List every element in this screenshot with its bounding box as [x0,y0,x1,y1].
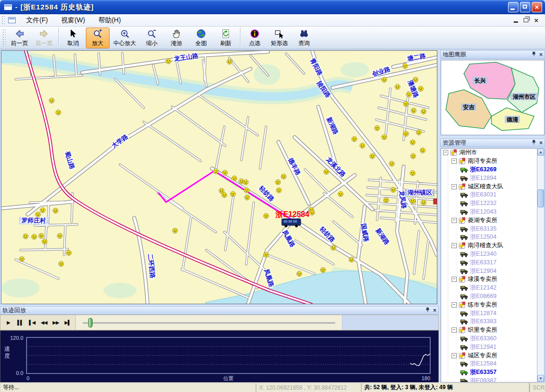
smiley-vehicle-marker[interactable] [19,257,25,262]
panel-close-icon[interactable]: × [539,51,543,58]
tree-group-row[interactable]: −湖州市 [441,149,537,157]
smiley-vehicle-marker[interactable] [413,77,418,83]
tree-expander-icon[interactable]: − [452,327,457,333]
smiley-vehicle-marker[interactable] [349,257,354,262]
smiley-vehicle-marker[interactable] [264,214,269,219]
tree-vehicle-row[interactable]: 浙E12584 [441,360,537,368]
minimize-button[interactable] [508,2,518,12]
mdi-close-icon[interactable]: × [534,18,538,23]
rewind-button[interactable]: ◀◀ [38,317,49,328]
scroll-down-icon[interactable]: ▼ [537,375,544,382]
tree-expander-icon[interactable]: − [443,150,448,155]
smiley-vehicle-marker[interactable] [382,77,387,83]
smiley-vehicle-marker[interactable] [404,102,409,107]
smiley-vehicle-marker[interactable] [222,193,227,198]
smiley-vehicle-marker[interactable] [321,268,326,273]
full-map-button[interactable]: 全图 [189,28,213,48]
smiley-vehicle-marker[interactable] [57,233,63,239]
tree-vehicle-row[interactable]: 浙E63135 [441,224,537,233]
smiley-vehicle-marker[interactable] [421,200,426,205]
smiley-vehicle-marker[interactable] [32,234,37,240]
tree-group-row[interactable]: −城区稽查大队 [441,182,537,191]
scroll-thumb[interactable] [537,189,544,207]
smiley-vehicle-marker[interactable] [421,109,426,114]
restore-button[interactable] [520,2,530,12]
smiley-vehicle-marker[interactable] [23,234,28,239]
zoom-out-button[interactable]: 缩小 [140,28,164,48]
mdi-child-icon[interactable] [8,17,16,23]
rect-select-button[interactable]: 矩形选 [268,28,291,48]
tree-vehicle-row[interactable]: 浙E12904 [441,267,537,275]
smiley-vehicle-marker[interactable] [42,239,47,244]
tree-expander-icon[interactable]: − [452,184,457,189]
smiley-vehicle-marker[interactable] [370,154,375,159]
smiley-vehicle-marker[interactable] [416,130,422,135]
smiley-vehicle-marker[interactable] [418,86,424,92]
smiley-vehicle-marker[interactable] [375,126,380,131]
smiley-vehicle-marker[interactable] [410,140,416,145]
menu-window[interactable]: 视窗(W) [55,15,92,26]
smiley-vehicle-marker[interactable] [213,169,219,174]
center-zoom-button[interactable]: 中心放大 [111,28,139,48]
tree-vehicle-row[interactable]: 浙E63269 [441,166,537,174]
pan-button[interactable]: 漫游 [165,28,188,48]
smiley-vehicle-marker[interactable] [360,143,365,149]
smiley-vehicle-marker[interactable] [324,169,329,175]
close-button[interactable]: × [532,2,542,12]
pin-icon[interactable] [531,140,536,146]
mdi-minimize-icon[interactable] [514,21,518,23]
tree-vehicle-row[interactable]: 浙E12894 [441,174,537,182]
pin-icon[interactable] [425,307,430,314]
tree-expander-icon[interactable]: − [452,302,457,308]
smiley-vehicle-marker[interactable] [39,233,44,239]
smiley-vehicle-marker[interactable] [420,148,425,153]
smiley-vehicle-marker[interactable] [173,228,178,233]
smiley-vehicle-marker[interactable] [404,131,409,137]
refresh-button[interactable]: 刷新 [214,28,238,48]
smiley-vehicle-marker[interactable] [281,174,286,179]
tree-expander-icon[interactable]: − [452,159,457,164]
smiley-vehicle-marker[interactable] [411,108,416,113]
pin-icon[interactable] [531,51,536,58]
tree-vehicle-row[interactable]: 浙E08669 [441,292,537,301]
tree-vehicle-row[interactable]: 浙E63357 [441,368,537,377]
tree-vehicle-row[interactable]: 浙E12043 [441,208,537,216]
tree-expander-icon[interactable]: − [452,218,457,223]
smiley-vehicle-marker[interactable] [331,245,336,251]
tree-vehicle-row[interactable]: 浙E09387 [441,377,537,383]
fast-forward-button[interactable]: ▶▶ [50,317,61,328]
smiley-vehicle-marker[interactable] [56,110,61,115]
menu-file[interactable]: 文件(F) [19,15,55,26]
map-area[interactable]: 龙王山路青阳路陵阳路塘二路创业路潘塘路新湖路大学路蜀山路德丰路龙溪北路轻纺路轻纺… [1,50,437,304]
smiley-vehicle-marker[interactable] [49,98,55,103]
panel-close-icon[interactable]: × [433,307,436,314]
smiley-vehicle-marker[interactable] [410,199,416,204]
menu-grip[interactable] [1,16,5,25]
smiley-vehicle-marker[interactable] [40,208,46,213]
smiley-vehicle-marker[interactable] [338,192,343,197]
tree-vehicle-row[interactable]: 浙E63031 [441,191,537,199]
smiley-vehicle-marker[interactable] [276,180,281,185]
smiley-vehicle-marker[interactable] [382,135,387,140]
tree-group-row[interactable]: −练市专卖所 [441,300,537,309]
slider-groove[interactable] [83,322,335,324]
smiley-vehicle-marker[interactable] [166,59,171,64]
prev-page-button[interactable]: 前一页 [8,28,31,48]
tree-vehicle-row[interactable]: 浙E63317 [441,258,537,267]
tree-expander-icon[interactable]: − [452,243,457,248]
smiley-vehicle-marker[interactable] [227,59,232,65]
smiley-vehicle-marker[interactable] [53,208,58,214]
scroll-up-icon[interactable]: ▲ [537,149,544,156]
smiley-vehicle-marker[interactable] [352,137,357,142]
smiley-vehicle-marker[interactable] [395,84,400,90]
tree-group-row[interactable]: −埭溪专卖所 [441,275,537,284]
tree-vehicle-row[interactable]: 浙E12340 [441,250,537,259]
smiley-vehicle-marker[interactable] [222,170,228,176]
tree-group-row[interactable]: −城区专卖所 [441,351,537,360]
mdi-restore-icon[interactable] [524,18,528,22]
tree-scrollbar[interactable]: ▲ ▼ [537,148,545,383]
smiley-vehicle-marker[interactable] [277,188,282,193]
smiley-vehicle-marker[interactable] [231,192,236,197]
smiley-vehicle-marker[interactable] [406,92,412,97]
skip-start-button[interactable]: ▌◀ [27,317,37,328]
